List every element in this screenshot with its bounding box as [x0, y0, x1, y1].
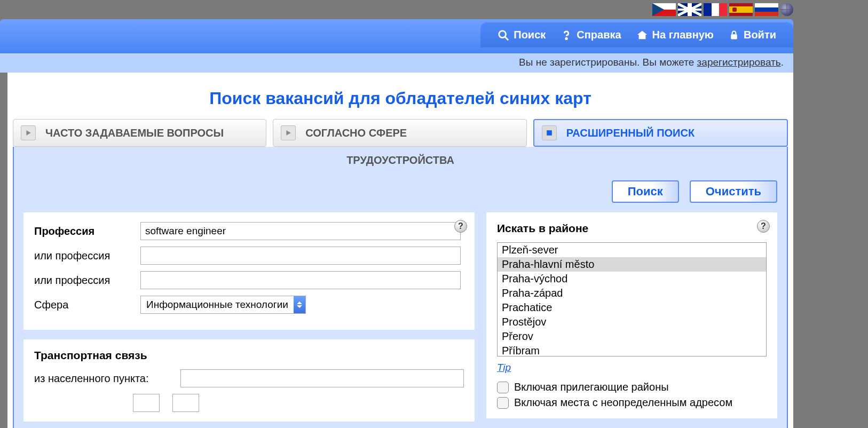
include-undefined-checkbox[interactable] [497, 397, 509, 409]
action-row: Поиск Очистить [23, 180, 777, 203]
flag-es-icon[interactable] [729, 3, 753, 16]
include-adjacent-label: Включая прилегающие районы [514, 381, 669, 393]
nav-search-label: Поиск [514, 29, 546, 41]
page-title: Поиск вакансий для обладателей синих кар… [7, 73, 793, 119]
tab-faq-label: ЧАСТО ЗАДАВАЕМЫЕ ВОПРОСЫ [45, 127, 224, 139]
play-icon [281, 125, 296, 140]
not-registered-suffix: . [781, 57, 784, 68]
play-icon [21, 125, 36, 140]
tab-advanced-label: РАСШИРЕННЫЙ ПОИСК [566, 127, 695, 139]
region-list[interactable]: Plzeň-severPraha-hlavní městoPraha-výcho… [497, 242, 767, 356]
region-item[interactable]: Praha-západ [498, 286, 766, 300]
header: Поиск Справка На главную Войти [0, 19, 793, 53]
nav-home[interactable]: На главную [629, 27, 721, 43]
not-registered-text: Вы не зарегистрированы. Вы можете [519, 57, 697, 68]
nav-login-label: Войти [744, 29, 776, 41]
or-profession-input-2[interactable] [140, 271, 461, 289]
flag-ru-icon[interactable] [755, 3, 778, 16]
include-adjacent-checkbox[interactable] [497, 382, 509, 393]
sphere-select[interactable]: Информационные технологии [140, 296, 306, 314]
region-item[interactable]: Prachatice [498, 300, 766, 315]
transport-title: Транспортная связь [34, 349, 464, 362]
flag-uk-icon[interactable] [678, 3, 701, 16]
svg-point-0 [499, 30, 506, 37]
globe-icon[interactable] [780, 3, 793, 16]
region-item[interactable]: Příbram [498, 344, 766, 356]
or-profession-label-2: или профессия [34, 274, 133, 287]
square-icon [542, 125, 557, 140]
content: Поиск вакансий для обладателей синих кар… [7, 73, 793, 428]
transport-from-label: из населенного пункта: [34, 372, 173, 385]
svg-line-1 [505, 36, 508, 39]
tab-faq[interactable]: ЧАСТО ЗАДАВАЕМЫЕ ВОПРОСЫ [13, 119, 266, 147]
transport-range-1[interactable] [133, 394, 160, 412]
tabs-sublabel: ТРУДОУСТРОЙСТВА [13, 147, 788, 174]
top-nav: Поиск Справка На главную Войти [480, 22, 793, 47]
region-item[interactable]: Praha-východ [498, 272, 766, 286]
profession-input[interactable] [140, 222, 461, 240]
sphere-select-value: Информационные технологии [141, 296, 294, 313]
search-icon [498, 29, 509, 41]
transport-from-input[interactable] [180, 369, 464, 387]
flag-fr-icon[interactable] [704, 3, 727, 16]
tab-advanced[interactable]: РАСШИРЕННЫЙ ПОИСК [533, 119, 788, 147]
help-icon [561, 29, 572, 41]
help-icon[interactable]: ? [454, 220, 467, 233]
tip-link[interactable]: Tip [497, 362, 511, 374]
or-profession-label-1: или профессия [34, 250, 133, 262]
or-profession-input-1[interactable] [140, 247, 461, 265]
flag-cz-icon[interactable] [652, 3, 676, 16]
transport-card: Транспортная связь из населенного пункта… [23, 339, 475, 422]
chevron-updown-icon [294, 296, 305, 313]
include-undefined-label: Включая места с неопределенным адресом [514, 397, 732, 409]
nav-help[interactable]: Справка [553, 27, 628, 43]
nav-login[interactable]: Войти [721, 27, 784, 43]
region-card: ? Искать в районе Plzeň-severPraha-hlavn… [486, 212, 777, 418]
sphere-label: Сфера [34, 299, 133, 311]
svg-rect-3 [731, 34, 737, 39]
home-icon [636, 29, 648, 41]
region-item[interactable]: Prostějov [498, 315, 766, 329]
profession-label: Профессия [34, 225, 133, 237]
transport-range-2[interactable] [172, 394, 199, 412]
region-item[interactable]: Praha-hlavní město [498, 257, 766, 272]
svg-point-2 [566, 38, 567, 39]
tab-by-area[interactable]: СОГЛАСНО СФЕРЕ [273, 119, 526, 147]
nav-search[interactable]: Поиск [490, 27, 553, 43]
profession-card: ? Профессия или профессия или профессия [23, 212, 475, 330]
svg-rect-4 [547, 130, 552, 136]
tabs-row: ЧАСТО ЗАДАВАЕМЫЕ ВОПРОСЫ СОГЛАСНО СФЕРЕ … [7, 119, 793, 147]
region-title: Искать в районе [497, 222, 767, 235]
language-flags [0, 0, 868, 19]
clear-button[interactable]: Очистить [690, 180, 777, 203]
not-registered-bar: Вы не зарегистрированы. Вы можете зареги… [0, 53, 793, 73]
tab-by-area-label: СОГЛАСНО СФЕРЕ [305, 127, 407, 139]
search-panel: Поиск Очистить ? Профессия или профессия [13, 174, 788, 428]
search-button[interactable]: Поиск [612, 180, 679, 203]
help-icon[interactable]: ? [757, 220, 770, 233]
region-item[interactable]: Plzeň-sever [498, 243, 766, 257]
register-link[interactable]: зарегистрировать [697, 57, 781, 68]
nav-help-label: Справка [577, 29, 621, 41]
region-item[interactable]: Přerov [498, 329, 766, 344]
lock-icon [729, 29, 739, 41]
nav-home-label: На главную [652, 29, 714, 41]
